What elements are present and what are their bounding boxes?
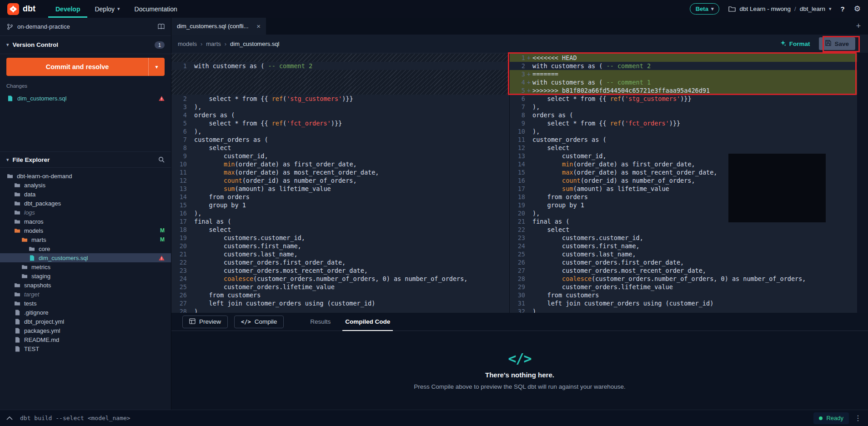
close-icon[interactable]: × [256,22,261,30]
tree-item-staging[interactable]: staging [0,271,171,281]
tab-compiled-code[interactable]: Compiled Code [338,313,397,331]
code-line-7[interactable]: 7customer_orders as ( [171,135,509,144]
tab-results[interactable]: Results [303,313,338,331]
code-line-5[interactable]: 5 select * from {{ ref('fct_orders')}} [171,119,509,127]
tree-item-core[interactable]: core [0,244,171,253]
dbt-logo[interactable]: dbt [7,3,35,15]
breadcrumb-item[interactable]: models [178,40,197,47]
format-button[interactable]: Format [780,40,810,48]
tree-item-logs[interactable]: logs [0,208,171,217]
preview-button[interactable]: Preview [182,316,228,328]
beta-button[interactable]: Beta ▾ [690,3,720,15]
save-button[interactable]: Save [819,37,855,50]
new-tab-plus-icon[interactable]: + [853,21,864,31]
code-line-13[interactable]: 13 sum(amount) as lifetime_value [171,185,509,193]
account-switcher[interactable]: dbt Learn - mwong / dbt_learn ▾ [728,5,831,12]
code-line-9[interactable]: 9 customer_id, [171,152,509,160]
code-line-9[interactable]: 9 select * from {{ ref('fct_orders')}} [510,119,857,127]
code-line-8[interactable]: 8orders as ( [510,111,857,119]
code-line-14[interactable]: 14 from orders [171,193,509,201]
version-control-header[interactable]: ▾ Version Control 1 [0,36,171,54]
code-line-15[interactable]: 15 group by 1 [171,201,509,209]
help-button[interactable]: ? [841,5,845,13]
code-line-11[interactable]: 11customer_orders as ( [510,135,857,144]
code-line-1[interactable]: 1with customers as ( -- comment 2 [171,62,509,70]
tree-item-models[interactable]: modelsM [0,226,171,235]
code-line-10[interactable]: 10), [510,127,857,135]
breadcrumb-item[interactable]: dim_customers.sql [230,40,279,47]
code-line-5[interactable]: 5+>>>>>>> b81f802a66fd544504c65721e3ffaa… [510,86,857,95]
tree-item-dbt_project.yml[interactable]: dbt_project.yml [0,317,171,326]
code-line-6[interactable]: 6 select * from {{ ref('stg_customers')}… [510,95,857,103]
kebab-menu-icon[interactable]: ⋮ [854,414,862,422]
tab-dim-customers-sql[interactable]: dim_customers.sql (confli... × [171,18,266,35]
code-line-12[interactable]: 12 select [510,144,857,152]
code-line-23[interactable]: 23 customers.customer_id, [510,234,857,242]
code-line-25[interactable]: 25 customers.last_name, [510,250,857,258]
tree-item-data[interactable]: data [0,190,171,199]
code-line-29[interactable]: 29 customer_orders.lifetime_value [510,283,857,291]
tree-item-metrics[interactable]: metrics [0,262,171,271]
code-line-22[interactable]: 22 customer_orders.first_order_date, [171,258,509,266]
search-icon[interactable] [158,156,165,163]
tree-item-TEST[interactable]: TEST [0,344,171,353]
commit-options-chevron[interactable]: ▾ [148,58,165,76]
nav-item-develop[interactable]: Develop [48,0,87,18]
code-line-17[interactable]: 17final as ( [171,217,509,226]
code-line-16[interactable]: 16), [171,209,509,217]
file-explorer-header[interactable]: ▾ File Explorer [0,151,171,168]
code-line-28[interactable]: 28 coalesce(customer_orders.number_of_or… [510,275,857,283]
tree-item-marts[interactable]: martsM [0,235,171,244]
nav-item-documentation[interactable]: Documentation [127,0,185,18]
changed-file-dim_customers.sql[interactable]: dim_customers.sql [0,92,171,104]
tree-item-macros[interactable]: macros [0,217,171,226]
tree-item-dim_customers.sql[interactable]: dim_customers.sql [0,253,171,262]
code-line-24[interactable]: 24 coalesce(customer_orders.number_of_or… [171,275,509,283]
code-line-7[interactable]: 7), [510,103,857,111]
tree-item-target[interactable]: target [0,290,171,299]
code-line-21[interactable]: 21 customers.last_name, [171,250,509,258]
code-line-1[interactable]: 1+<<<<<<< HEAD [510,54,857,62]
code-line-20[interactable]: 20 customers.first_name, [171,242,509,250]
tree-item-dbt-learn-on-demand[interactable]: dbt-learn-on-demand [0,171,171,180]
code-line-19[interactable]: 19 customers.customer_id, [171,234,509,242]
code-line-8[interactable]: 8 select [171,144,509,152]
branch-selector[interactable]: on-demand-practice [0,18,171,36]
code-line-2[interactable]: 2with customers as ( -- comment 2 [510,62,857,70]
tree-item-packages.yml[interactable]: packages.yml [0,326,171,335]
tree-item-.gitignore[interactable]: .gitignore [0,308,171,317]
tree-item-snapshots[interactable]: snapshots [0,281,171,290]
editor-split-view[interactable]: 1with customers as ( -- comment 22 selec… [171,53,868,313]
code-line-18[interactable]: 18 select [171,226,509,234]
code-line-6[interactable]: 6), [171,127,509,135]
breadcrumb-item[interactable]: marts [206,40,221,47]
tree-item-analysis[interactable]: analysis [0,180,171,190]
code-line-22[interactable]: 22 select [510,226,857,234]
editor-pane-current[interactable]: 1with customers as ( -- comment 22 selec… [171,53,509,313]
tree-item-tests[interactable]: tests [0,299,171,308]
compile-button[interactable]: </> Compile [234,316,284,328]
settings-gear-icon[interactable]: ⚙ [854,4,861,14]
code-line-32[interactable]: 32) [510,307,857,313]
code-line-4[interactable]: 4+with customers as ( -- comment 1 [510,78,857,86]
code-line-3[interactable]: 3+======= [510,70,857,78]
nav-item-deploy[interactable]: Deploy▾ [87,0,127,18]
commit-and-resolve-button[interactable]: Commit and resolve ▾ [6,58,165,76]
code-line-31[interactable]: 31 left join customer_orders using (cust… [510,299,857,307]
code-line-25[interactable]: 25 customer_orders.lifetime_value [171,283,509,291]
tree-item-dbt_packages[interactable]: dbt_packages [0,199,171,208]
code-line-27[interactable]: 27 left join customer_orders using (cust… [171,299,509,307]
code-line-27[interactable]: 27 customer_orders.most_recent_order_dat… [510,266,857,275]
code-line-12[interactable]: 12 count(order_id) as number_of_orders, [171,176,509,185]
code-line-3[interactable]: 3), [171,103,509,111]
code-line-2[interactable]: 2 select * from {{ ref('stg_customers')}… [171,95,509,103]
code-line-10[interactable]: 10 min(order_date) as first_order_date, [171,160,509,168]
command-input[interactable]: dbt build --select <model_name> [20,415,130,421]
code-line-30[interactable]: 30 from customers [510,291,857,299]
chevron-up-icon[interactable] [6,416,13,420]
code-line-28[interactable]: 28) [171,307,509,313]
code-line-26[interactable]: 26 customer_orders.first_order_date, [510,258,857,266]
tree-item-README.md[interactable]: README.md [0,335,171,344]
code-line-23[interactable]: 23 customer_orders.most_recent_order_dat… [171,266,509,275]
code-line-26[interactable]: 26 from customers [171,291,509,299]
